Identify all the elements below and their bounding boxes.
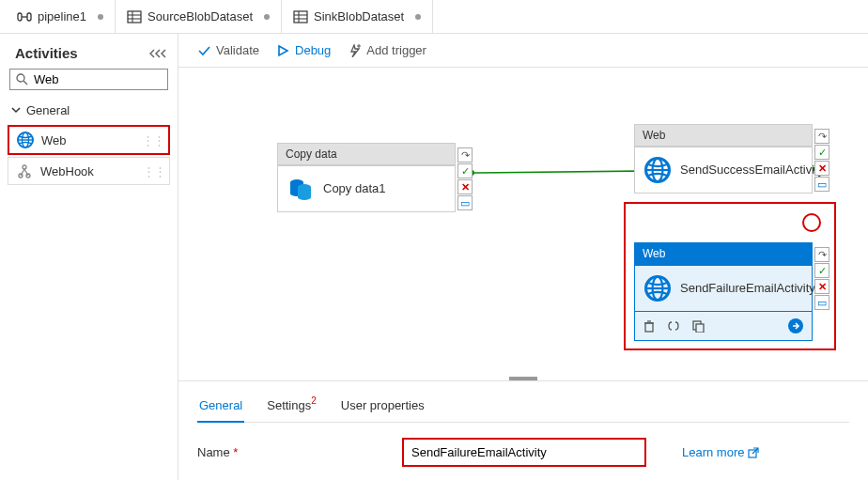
add-trigger-button[interactable]: Add trigger	[348, 43, 426, 57]
port-completion-icon[interactable]: ↷	[457, 147, 473, 163]
search-icon	[16, 73, 28, 85]
port-failure-icon[interactable]: ✕	[457, 179, 473, 194]
web-icon	[644, 275, 671, 302]
group-general[interactable]: General	[0, 98, 178, 123]
dataset-icon	[293, 9, 308, 24]
properties-panel: General Settings2 User properties Name *…	[178, 380, 868, 480]
play-icon	[276, 44, 289, 57]
settings-badge: 2	[311, 395, 317, 406]
tab-general[interactable]: General	[197, 391, 244, 422]
clone-icon[interactable]	[691, 319, 705, 333]
port-skip-icon[interactable]: ▭	[457, 195, 473, 210]
node-actions	[634, 312, 813, 341]
collapse-panel-button[interactable]	[149, 48, 166, 59]
properties-tabs: General Settings2 User properties	[197, 391, 849, 423]
port-failure-icon[interactable]: ✕	[814, 161, 829, 176]
search-input[interactable]	[34, 72, 162, 86]
tab-label: SinkBlobDataset	[314, 9, 404, 23]
svg-point-16	[23, 165, 26, 169]
dirty-dot-icon	[98, 14, 103, 20]
node-copy-data[interactable]: Copy data Copy data1	[277, 143, 456, 212]
tab-label: pipeline1	[38, 9, 86, 23]
tab-user-properties[interactable]: User properties	[339, 391, 426, 422]
name-label: Name *	[197, 445, 385, 459]
port-success-icon[interactable]: ✓	[814, 145, 829, 160]
node-status-ports[interactable]: ↷ ✓ ✕ ▭	[814, 129, 829, 192]
node-status-ports[interactable]: ↷ ✓ ✕ ▭	[814, 247, 829, 310]
check-icon	[197, 44, 210, 57]
activity-label: Web	[41, 133, 67, 147]
node-header: Web	[634, 242, 813, 265]
required-star: *	[233, 445, 238, 459]
name-input[interactable]	[411, 445, 637, 459]
designer: Validate Debug Add trigger Copy data	[178, 34, 868, 480]
validate-button[interactable]: Validate	[197, 43, 259, 57]
node-label: SendFailureEmailActivity	[680, 281, 793, 297]
tab-settings[interactable]: Settings2	[265, 391, 318, 422]
name-row: Name * Learn more	[197, 438, 849, 467]
external-link-icon	[748, 447, 759, 458]
group-label: General	[26, 103, 70, 117]
canvas[interactable]: Copy data Copy data1 ↷ ✓ ✕ ▭ Web	[178, 68, 868, 377]
pipeline-icon	[17, 9, 32, 24]
port-failure-icon[interactable]: ✕	[814, 279, 829, 294]
node-send-failure[interactable]: Web SendFailureEmailActivity	[634, 242, 813, 341]
activities-panel: Activities General Web ⋮⋮	[0, 34, 178, 480]
node-header: Web	[634, 124, 813, 147]
learn-more-link[interactable]: Learn more	[682, 445, 759, 459]
svg-rect-0	[18, 13, 22, 21]
tab-sink-dataset[interactable]: SinkBlobDataset	[282, 0, 433, 33]
port-success-icon[interactable]: ✓	[457, 163, 473, 178]
go-icon[interactable]	[787, 317, 804, 334]
node-header: Copy data	[277, 143, 456, 165]
web-icon	[17, 132, 34, 148]
port-completion-icon[interactable]: ↷	[814, 129, 829, 144]
activity-item-webhook[interactable]: WebHook ⋮⋮	[8, 157, 170, 185]
dataset-icon	[127, 9, 142, 24]
node-label: SendSuccessEmailActivity	[680, 163, 793, 178]
main: Activities General Web ⋮⋮	[0, 34, 868, 480]
copy-data-icon	[287, 176, 314, 202]
dirty-dot-icon	[415, 14, 421, 20]
name-input-wrapper	[402, 438, 646, 467]
delete-icon[interactable]	[643, 319, 656, 333]
port-skip-icon[interactable]: ▭	[814, 177, 829, 192]
validate-label: Validate	[216, 43, 259, 57]
svg-rect-1	[27, 13, 31, 21]
svg-rect-35	[696, 324, 704, 333]
debug-button[interactable]: Debug	[276, 43, 331, 57]
top-tabs: pipeline1 SourceBlobDataset SinkBlobData…	[0, 0, 868, 34]
svg-rect-31	[645, 323, 653, 332]
add-trigger-label: Add trigger	[366, 43, 426, 57]
port-success-icon[interactable]: ✓	[814, 263, 829, 278]
port-skip-icon[interactable]: ▭	[814, 295, 829, 310]
tab-pipeline[interactable]: pipeline1	[6, 0, 116, 33]
trigger-icon	[348, 44, 361, 57]
svg-rect-3	[128, 11, 141, 23]
chevron-down-icon	[11, 105, 21, 116]
activities-title: Activities	[15, 45, 78, 61]
drag-grip-icon: ⋮⋮	[142, 133, 164, 147]
tab-source-dataset[interactable]: SourceBlobDataset	[116, 0, 282, 33]
callout-circle	[802, 213, 821, 232]
activity-item-web[interactable]: Web ⋮⋮	[8, 125, 170, 155]
svg-line-12	[23, 81, 27, 85]
activity-label: WebHook	[40, 164, 94, 178]
dirty-dot-icon	[264, 14, 270, 20]
debug-label: Debug	[295, 43, 331, 57]
node-status-ports[interactable]: ↷ ✓ ✕ ▭	[457, 147, 473, 210]
node-label: Copy data1	[323, 181, 386, 197]
web-icon	[644, 157, 671, 183]
code-icon[interactable]	[667, 319, 680, 333]
tab-label: SourceBlobDataset	[147, 9, 253, 23]
svg-rect-7	[294, 11, 307, 23]
drag-grip-icon: ⋮⋮	[143, 164, 165, 178]
activities-search[interactable]	[9, 69, 168, 90]
webhook-icon	[16, 163, 33, 179]
port-completion-icon[interactable]: ↷	[814, 247, 829, 262]
node-send-success[interactable]: Web SendSuccessEmailActivity	[634, 124, 813, 194]
svg-point-11	[17, 74, 24, 82]
pipeline-toolbar: Validate Debug Add trigger	[178, 34, 868, 68]
